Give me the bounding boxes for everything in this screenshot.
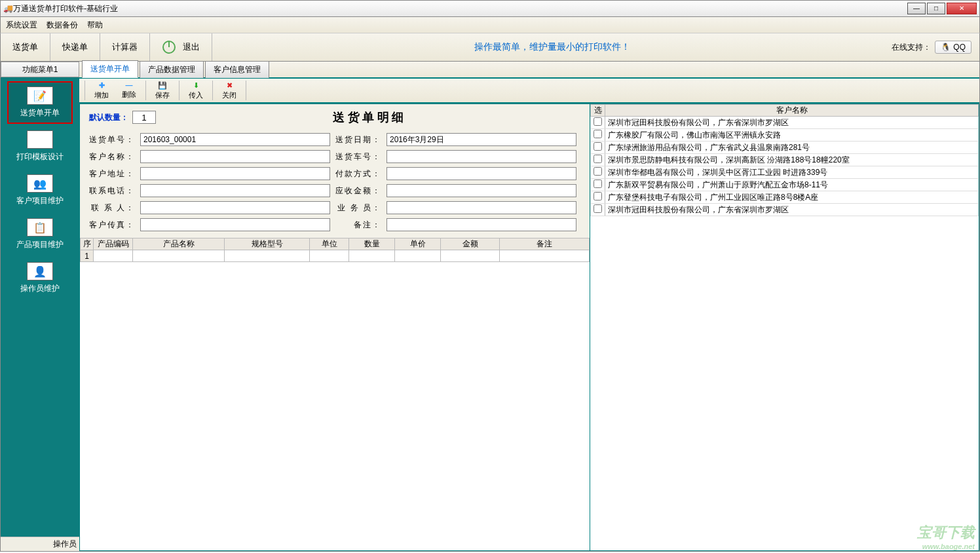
label-pay-method: 付款方式：	[335, 168, 381, 180]
sidebar-item-customer[interactable]: 👥 客户项目维护	[7, 169, 73, 212]
input-order-no[interactable]	[140, 133, 330, 146]
main-area: 送货单开单 产品数据管理 客户信息管理 ✚增加 —删除 💾保存 ⬇传入 ✖关闭 …	[79, 62, 979, 551]
tab-strip: 送货单开单 产品数据管理 客户信息管理	[79, 62, 979, 79]
calculator-button[interactable]: 计算器	[100, 33, 150, 61]
customer-row[interactable]: 广东登堡科技电子有限公司，广州工业园区唯正路8号8楼A座	[591, 191, 979, 204]
window-title: 万通送货单打印软件-基础行业	[13, 3, 907, 14]
label-fax: 客户传真：	[89, 219, 135, 231]
label-car-no: 送货车号：	[335, 151, 381, 162]
col-remark: 备注	[500, 238, 590, 250]
delete-button[interactable]: —删除	[117, 80, 141, 101]
menu-backup[interactable]: 数据备份	[47, 20, 78, 31]
save-button[interactable]: 💾保存	[150, 80, 175, 102]
tab-delivery-order[interactable]: 送货单开单	[82, 60, 138, 78]
customer-name-cell: 广东登堡科技电子有限公司，广州工业园区唯正路8号8楼A座	[605, 191, 979, 204]
sub-toolbar: ✚增加 —删除 💾保存 ⬇传入 ✖关闭	[79, 79, 979, 104]
customer-name-cell: 广东新双平贸易有限公司，广州萧山于原野汽配五金市场8-11号	[605, 179, 979, 191]
label-phone: 联系电话：	[89, 185, 135, 197]
list-icon: 📋	[27, 218, 53, 237]
sidebar-tab[interactable]: 功能菜单1	[1, 62, 79, 77]
input-cust-addr[interactable]	[140, 167, 330, 180]
user-icon: 👤	[27, 262, 53, 280]
input-fax[interactable]	[140, 218, 330, 231]
close-icon: ✖	[227, 81, 233, 90]
input-date[interactable]	[386, 133, 576, 146]
maximize-button[interactable]: □	[927, 3, 945, 14]
tab-product-data[interactable]: 产品数据管理	[140, 61, 204, 78]
import-button[interactable]: ⬇传入	[183, 80, 208, 102]
save-icon: 💾	[158, 81, 167, 90]
express-button[interactable]: 快递单	[50, 33, 100, 61]
customer-row[interactable]: 深圳市冠田科技股份有限公司，广东省深圳市罗湖区	[591, 204, 979, 216]
input-contact[interactable]	[140, 201, 330, 214]
detail-grid[interactable]: 序 产品编码 产品名称 规格型号 单位 数量 单价 金额 备注 1	[80, 238, 590, 550]
sidebar-item-delivery-order[interactable]: 📝 送货单开单	[7, 81, 73, 124]
col-customer-name: 客户名称	[605, 105, 979, 117]
col-amount: 金额	[441, 238, 500, 250]
customer-name-cell: 深圳市冠田科技股份有限公司，广东省深圳市罗湖区	[605, 204, 979, 216]
minimize-button[interactable]: —	[907, 3, 926, 14]
sidebar-item-operator[interactable]: 👤 操作员维护	[7, 257, 73, 299]
menu-system[interactable]: 系统设置	[6, 20, 37, 31]
form-icon: 📝	[27, 86, 53, 105]
input-remark[interactable]	[386, 218, 576, 231]
col-price: 单价	[395, 238, 441, 250]
window-controls: — □ ✕	[907, 3, 977, 14]
close-button[interactable]: ✕	[947, 3, 977, 14]
delivery-button[interactable]: 送货单	[1, 33, 50, 61]
exit-button[interactable]: 退出	[150, 33, 212, 61]
add-button[interactable]: ✚增加	[89, 80, 114, 102]
users-icon: 👥	[27, 174, 53, 193]
default-qty-input[interactable]	[132, 111, 156, 124]
minus-icon: —	[126, 81, 133, 89]
label-order-no: 送货单号：	[89, 134, 135, 145]
qq-button[interactable]: 🐧 QQ	[935, 41, 971, 54]
customer-checkbox[interactable]	[594, 167, 602, 176]
customer-row[interactable]: 深圳市冠田科技股份有限公司，广东省深圳市罗湖区	[591, 117, 979, 129]
customer-row[interactable]: 深圳市景思防静电科技有限公司，深圳高新区 汾湖路188号18幢220室	[591, 154, 979, 166]
sidebar-status: 操作员	[1, 537, 79, 551]
support-area: 在线支持： 🐧 QQ	[892, 41, 979, 54]
customer-row[interactable]: 广东绿洲旅游用品有限公司，广东省武义县温泉南路281号	[591, 142, 979, 154]
input-phone[interactable]	[140, 184, 330, 197]
customer-checkbox[interactable]	[594, 117, 602, 126]
main-toolbar: 送货单 快递单 计算器 退出 操作最简单，维护量最小的打印软件！ 在线支持： 🐧…	[0, 33, 980, 62]
customer-checkbox[interactable]	[594, 192, 602, 200]
close-tab-button[interactable]: ✖关闭	[217, 80, 242, 102]
input-amount[interactable]	[386, 184, 576, 197]
customer-checkbox[interactable]	[594, 155, 602, 163]
label-cust-addr: 客户地址：	[89, 168, 135, 180]
customer-row[interactable]: 广东橡胶厂有限公司，佛山市南海区平洲镇永安路	[591, 129, 979, 142]
col-spec: 规格型号	[225, 238, 310, 250]
customer-checkbox[interactable]	[594, 204, 602, 213]
form-pane: 默认数量： 送 货 单 明 细 送货单号： 送货日期： 客户名称： 送货车号： …	[79, 104, 590, 551]
input-cust-name[interactable]	[140, 150, 330, 163]
import-icon: ⬇	[193, 81, 199, 90]
input-pay-method[interactable]	[386, 167, 576, 180]
titlebar: 🚚 万通送货单打印软件-基础行业 — □ ✕	[0, 0, 980, 17]
tab-customer-info[interactable]: 客户信息管理	[205, 61, 269, 78]
plus-icon: ✚	[99, 81, 105, 90]
customer-name-cell: 广东橡胶厂有限公司，佛山市南海区平洲镇永安路	[605, 129, 979, 142]
customer-checkbox[interactable]	[594, 142, 602, 151]
customer-name-cell: 深圳市华都电器有限公司，深圳吴中区胥江工业园 时进路339号	[605, 166, 979, 179]
sidebar: 功能菜单1 📝 送货单开单 🖨 打印模板设计 👥 客户项目维护 📋 产品项目维护…	[1, 62, 79, 551]
menu-help[interactable]: 帮助	[87, 20, 103, 31]
customer-name-cell: 广东绿洲旅游用品有限公司，广东省武义县温泉南路281号	[605, 142, 979, 154]
col-select: 选	[591, 105, 605, 117]
label-remark: 备注：	[335, 219, 381, 231]
customer-row[interactable]: 广东新双平贸易有限公司，广州萧山于原野汽配五金市场8-11号	[591, 179, 979, 191]
customer-name-cell: 深圳市景思防静电科技有限公司，深圳高新区 汾湖路188号18幢220室	[605, 154, 979, 166]
sidebar-item-template[interactable]: 🖨 打印模板设计	[7, 125, 73, 168]
input-car-no[interactable]	[386, 150, 576, 163]
customer-checkbox[interactable]	[594, 130, 602, 138]
col-unit: 单位	[310, 238, 349, 250]
col-code: 产品编码	[94, 238, 133, 250]
customer-row[interactable]: 深圳市华都电器有限公司，深圳吴中区胥江工业园 时进路339号	[591, 166, 979, 179]
customer-checkbox[interactable]	[594, 180, 602, 188]
label-amount: 应收金额：	[335, 185, 381, 197]
table-row[interactable]: 1	[81, 250, 590, 262]
input-staff[interactable]	[386, 201, 576, 214]
power-icon	[162, 40, 176, 54]
sidebar-item-product[interactable]: 📋 产品项目维护	[7, 213, 73, 256]
